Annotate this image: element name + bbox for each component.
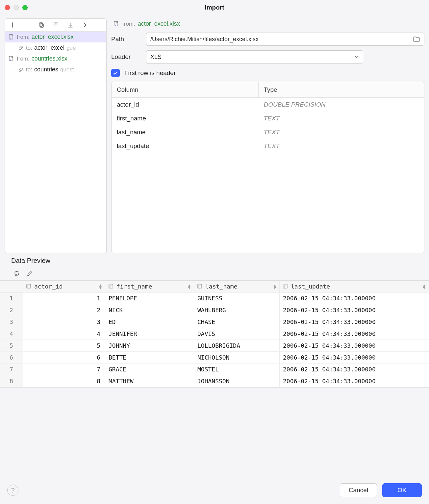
column-row[interactable]: last_name TEXT	[112, 125, 424, 139]
edit-button[interactable]	[26, 270, 34, 277]
grid-header-label: first_name	[116, 283, 152, 290]
row-number: 2	[0, 304, 23, 316]
grid-cell[interactable]: 8	[23, 375, 105, 387]
to-label: to:	[26, 45, 32, 51]
tree-item-to[interactable]: to: countries guest.	[5, 64, 106, 75]
browse-folder-icon[interactable]	[413, 36, 420, 42]
grid-header-label: actor_id	[34, 283, 63, 290]
grid-header-cell[interactable]: first_name ▲▼	[105, 281, 194, 292]
grid-header-cell[interactable]: actor_id ▲▼	[23, 281, 105, 292]
grid-cell[interactable]: 4	[23, 328, 105, 340]
cancel-button[interactable]: Cancel	[340, 483, 377, 497]
grid-cell[interactable]: JENNIFER	[105, 328, 194, 340]
grid-cell[interactable]: 2006-02-15 04:34:33.000000	[280, 304, 429, 316]
sort-icon: ▲▼	[99, 284, 102, 289]
expand-button[interactable]	[81, 21, 88, 29]
columns-header-type[interactable]: Type	[259, 82, 424, 97]
loader-select[interactable]: XLS	[146, 50, 363, 63]
column-name: last_name	[112, 125, 259, 139]
dialog-footer: ? Cancel OK	[0, 476, 429, 504]
tree-item-to[interactable]: to: actor_excel gue	[5, 42, 106, 53]
tree-item-from[interactable]: F from: actor_excel.xlsx	[5, 32, 106, 42]
grid-row[interactable]: 66BETTENICHOLSON2006-02-15 04:34:33.0000…	[0, 352, 429, 364]
grid-cell[interactable]: NICHOLSON	[194, 352, 280, 364]
add-source-button[interactable]	[9, 21, 16, 29]
grid-cell[interactable]: 2006-02-15 04:34:33.000000	[280, 316, 429, 328]
svg-rect-9	[27, 284, 28, 288]
grid-cell[interactable]: JOHANSSON	[194, 375, 280, 387]
grid-cell[interactable]: 3	[23, 316, 105, 328]
file-from-icon: F	[8, 56, 15, 62]
column-icon	[283, 284, 288, 289]
link-icon	[17, 45, 24, 51]
grid-cell[interactable]: BETTE	[105, 352, 194, 364]
svg-rect-11	[109, 284, 111, 288]
grid-cell[interactable]: WAHLBERG	[194, 304, 280, 316]
columns-header-column[interactable]: Column	[112, 82, 259, 97]
copy-button[interactable]	[38, 21, 45, 29]
grid-row[interactable]: 44JENNIFERDAVIS2006-02-15 04:34:33.00000…	[0, 328, 429, 340]
grid-cell[interactable]: 1	[23, 292, 105, 304]
column-row[interactable]: last_update TEXT	[112, 139, 424, 153]
grid-cell[interactable]: 2006-02-15 04:34:33.000000	[280, 292, 429, 304]
ok-button[interactable]: OK	[382, 483, 422, 497]
column-row[interactable]: first_name TEXT	[112, 112, 424, 125]
grid-row[interactable]: 77GRACEMOSTEL2006-02-15 04:34:33.000000	[0, 364, 429, 375]
grid-cell[interactable]: 2006-02-15 04:34:33.000000	[280, 328, 429, 340]
grid-cell[interactable]: 2	[23, 304, 105, 316]
grid-cell[interactable]: 2006-02-15 04:34:33.000000	[280, 340, 429, 352]
grid-cell[interactable]: ED	[105, 316, 194, 328]
main-panel: F from: actor_excel.xlsx Path /Users/Ric…	[111, 18, 424, 253]
path-input[interactable]: /Users/Richie.Mitish/files/actor_excel.x…	[146, 33, 424, 46]
grid-cell[interactable]: NICK	[105, 304, 194, 316]
grid-row[interactable]: 88MATTHEWJOHANSSON2006-02-15 04:34:33.00…	[0, 375, 429, 387]
grid-cell[interactable]: MOSTEL	[194, 364, 280, 375]
column-type: TEXT	[259, 112, 424, 125]
refresh-button[interactable]	[13, 270, 20, 277]
grid-corner	[0, 281, 23, 292]
first-row-header-row: First row is header	[111, 68, 424, 77]
grid-cell[interactable]: 5	[23, 340, 105, 352]
column-type: TEXT	[259, 125, 424, 139]
column-row[interactable]: actor_id DOUBLE PRECISION	[112, 98, 424, 112]
grid-cell[interactable]: PENELOPE	[105, 292, 194, 304]
remove-source-button[interactable]	[23, 21, 31, 29]
column-name: actor_id	[112, 98, 259, 112]
svg-rect-15	[283, 284, 285, 288]
grid-cell[interactable]: 7	[23, 364, 105, 375]
to-target: actor_excel	[34, 44, 64, 51]
column-icon	[109, 284, 114, 289]
to-target: countries	[34, 66, 58, 73]
grid-cell[interactable]: MATTHEW	[105, 375, 194, 387]
grid-header-cell[interactable]: last_name ▲▼	[194, 281, 280, 292]
grid-cell[interactable]: 2006-02-15 04:34:33.000000	[280, 364, 429, 375]
row-number: 8	[0, 375, 23, 387]
grid-cell[interactable]: 2006-02-15 04:34:33.000000	[280, 352, 429, 364]
grid-row[interactable]: 22NICKWAHLBERG2006-02-15 04:34:33.000000	[0, 304, 429, 316]
source-sidebar: F from: actor_excel.xlsx to: actor_excel…	[5, 18, 107, 253]
loader-row: Loader XLS	[111, 50, 424, 63]
grid-row[interactable]: 11PENELOPEGUINESS2006-02-15 04:34:33.000…	[0, 292, 429, 304]
grid-cell[interactable]: JOHNNY	[105, 340, 194, 352]
row-number: 1	[0, 292, 23, 304]
grid-cell[interactable]: LOLLOBRIGIDA	[194, 340, 280, 352]
grid-cell[interactable]: GUINESS	[194, 292, 280, 304]
move-up-button[interactable]	[52, 21, 60, 29]
first-row-header-checkbox[interactable]	[111, 69, 120, 77]
grid-cell[interactable]: CHASE	[194, 316, 280, 328]
grid-cell[interactable]: 6	[23, 352, 105, 364]
grid-row[interactable]: 55JOHNNYLOLLOBRIGIDA2006-02-15 04:34:33.…	[0, 340, 429, 352]
grid-header-cell[interactable]: last_update ▲▼	[280, 281, 429, 292]
path-label: Path	[111, 36, 140, 43]
grid-cell[interactable]: GRACE	[105, 364, 194, 375]
help-button[interactable]: ?	[7, 485, 18, 496]
grid-cell[interactable]: DAVIS	[194, 328, 280, 340]
top-area: F from: actor_excel.xlsx to: actor_excel…	[0, 15, 429, 255]
grid-row[interactable]: 33EDCHASE2006-02-15 04:34:33.000000	[0, 316, 429, 328]
svg-text:F: F	[10, 38, 11, 40]
move-down-button[interactable]	[67, 21, 74, 29]
grid-cell[interactable]: 2006-02-15 04:34:33.000000	[280, 375, 429, 387]
sidebar-toolbar	[5, 19, 106, 32]
tree-item-from[interactable]: F from: countries.xlsx	[5, 53, 106, 64]
sort-icon: ▲▼	[188, 284, 190, 289]
